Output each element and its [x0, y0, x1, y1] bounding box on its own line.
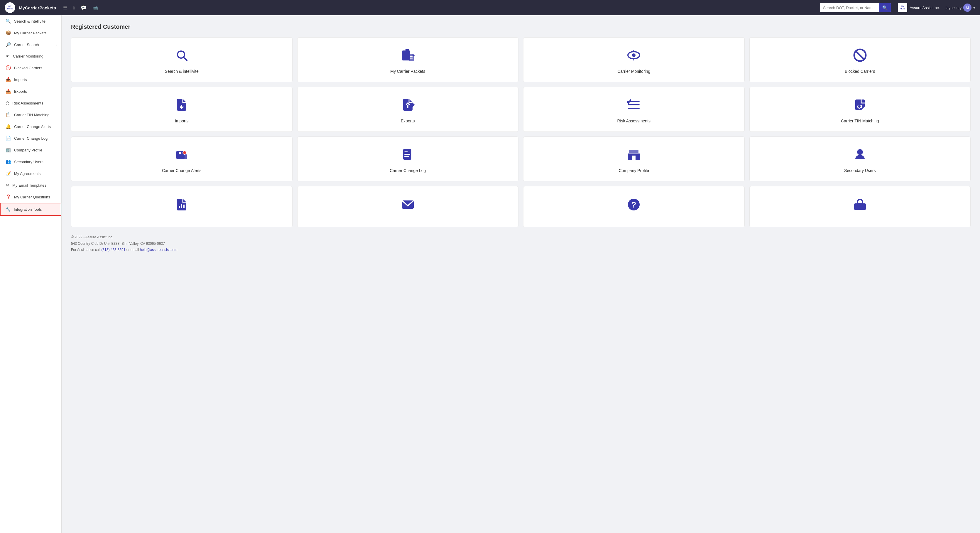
- card-label-carrier-change-log: Carrier Change Log: [390, 168, 426, 173]
- card-label-search-intellivite: Search & intellivite: [165, 69, 199, 74]
- card-label-company-profile: Company Profile: [619, 168, 649, 173]
- sidebar: 🔍 Search & intellivite 📦 My Carrier Pack…: [0, 15, 62, 533]
- sidebar-icon-secondary-users: 👥: [6, 159, 11, 164]
- card-icon-my-carrier-packets: [401, 48, 415, 64]
- card-risk-assessments[interactable]: Risk Assessments: [523, 87, 745, 132]
- sidebar-item-exports[interactable]: 📤 Exports: [0, 85, 61, 97]
- card-icon-row4-2: [401, 197, 415, 214]
- sidebar-item-carrier-monitoring[interactable]: 👁 Carrier Monitoring: [0, 51, 61, 62]
- sidebar-item-imports[interactable]: 📥 Imports: [0, 74, 61, 85]
- svg-point-4: [632, 53, 636, 57]
- card-icon-carrier-tin-matching: [853, 98, 867, 114]
- page-title: Registered Customer: [71, 24, 970, 30]
- hamburger-icon[interactable]: ☰: [62, 4, 68, 12]
- card-carrier-monitoring[interactable]: Carrier Monitoring: [523, 37, 745, 82]
- svg-rect-21: [404, 156, 409, 157]
- sidebar-label-company-profile: Company Profile: [14, 148, 42, 152]
- footer-email[interactable]: help@assureassist.com: [140, 248, 178, 252]
- video-icon[interactable]: 📹: [91, 4, 99, 12]
- sidebar-icon-my-agreements: 📝: [6, 171, 11, 176]
- user-avatar: M: [963, 3, 972, 12]
- footer-phone[interactable]: (818) 453-8591: [101, 248, 125, 252]
- footer-assistance: For Assistance call (818) 453-8591 or em…: [71, 247, 970, 253]
- card-search-intellivite[interactable]: Search & intellivite: [71, 37, 293, 82]
- sidebar-label-carrier-monitoring: Carrier Monitoring: [13, 54, 43, 59]
- card-icon-company-profile: [627, 147, 641, 164]
- card-label-exports: Exports: [401, 119, 415, 123]
- sidebar-item-my-carrier-packets[interactable]: 📦 My Carrier Packets: [0, 27, 61, 39]
- card-imports[interactable]: Imports: [71, 87, 293, 132]
- sidebar-item-my-agreements[interactable]: 📝 My Agreements: [0, 168, 61, 179]
- sidebar-label-search-intellivite: Search & intellivite: [14, 19, 46, 24]
- svg-point-26: [857, 149, 863, 155]
- sidebar-item-integration-tools[interactable]: 🔧 Integration Tools: [0, 203, 61, 216]
- sidebar-icon-integration-tools: 🔧: [5, 207, 11, 212]
- card-icon-exports: [401, 98, 415, 114]
- svg-rect-23: [629, 150, 638, 154]
- sidebar-item-carrier-change-alerts[interactable]: 🔔 Carrier Change Alerts: [0, 121, 61, 132]
- sidebar-label-carrier-search: Carrier Search: [14, 43, 39, 47]
- card-row4-4[interactable]: [749, 186, 971, 227]
- sidebar-icon-blocked-carriers: 🚫: [6, 65, 11, 70]
- card-row4-1[interactable]: [71, 186, 293, 227]
- card-carrier-change-alerts[interactable]: Carrier Change Alerts: [71, 137, 293, 181]
- sidebar-item-carrier-search[interactable]: 🔎 Carrier Search ‹: [0, 39, 61, 51]
- card-grid: Search & intellivite My Carrier Packets …: [71, 37, 970, 227]
- sidebar-icon-carrier-change-log: 📄: [6, 135, 11, 141]
- card-company-profile[interactable]: Company Profile: [523, 137, 745, 181]
- info-icon[interactable]: ℹ: [72, 4, 76, 12]
- svg-point-15: [179, 152, 181, 154]
- card-blocked-carriers[interactable]: Blocked Carriers: [749, 37, 971, 82]
- card-exports[interactable]: Exports: [297, 87, 519, 132]
- card-row4-3[interactable]: ?: [523, 186, 745, 227]
- svg-rect-16: [183, 154, 187, 159]
- sidebar-label-risk-assessments: Risk Assessments: [12, 101, 43, 105]
- sidebar-icon-exports: 📤: [6, 89, 11, 94]
- card-icon-carrier-change-alerts: [175, 147, 189, 164]
- sidebar-item-risk-assessments[interactable]: ⚖ Risk Assessments: [0, 97, 61, 109]
- sidebar-icon-search-intellivite: 🔍: [6, 19, 11, 24]
- sidebar-icon-carrier-monitoring: 👁: [6, 54, 10, 59]
- sidebar-item-secondary-users[interactable]: 👥 Secondary Users: [0, 156, 61, 168]
- card-icon-carrier-change-log: [401, 147, 415, 164]
- card-carrier-tin-matching[interactable]: Carrier TIN Matching: [749, 87, 971, 132]
- card-label-risk-assessments: Risk Assessments: [617, 119, 651, 123]
- sidebar-icon-my-carrier-questions: ❓: [6, 194, 11, 200]
- card-icon-secondary-users: [853, 147, 867, 164]
- sidebar-icon-carrier-search: 🔎: [6, 42, 11, 47]
- sidebar-item-blocked-carriers[interactable]: 🚫 Blocked Carriers: [0, 62, 61, 74]
- sidebar-item-search-intellivite[interactable]: 🔍 Search & intellivite: [0, 15, 61, 27]
- company-logo: MYPKTS: [898, 3, 907, 12]
- sidebar-item-my-carrier-questions[interactable]: ❓ My Carrier Questions: [0, 191, 61, 203]
- sidebar-item-carrier-tin-matching[interactable]: 📋 Carrier TIN Matching: [0, 109, 61, 121]
- card-row4-2[interactable]: [297, 186, 519, 227]
- svg-rect-28: [181, 204, 182, 208]
- search-input[interactable]: [820, 3, 879, 12]
- card-icon-row4-3: ?: [627, 197, 641, 214]
- main-content: Registered Customer Search & intellivite…: [62, 15, 980, 533]
- chat-icon[interactable]: 💬: [80, 4, 88, 12]
- card-label-carrier-change-alerts: Carrier Change Alerts: [162, 168, 202, 173]
- sidebar-label-blocked-carriers: Blocked Carriers: [14, 66, 42, 70]
- chevron-icon: ‹: [56, 43, 57, 46]
- sidebar-label-integration-tools: Integration Tools: [14, 207, 42, 212]
- svg-rect-0: [402, 51, 410, 60]
- sidebar-icon-my-email-templates: ✉: [6, 183, 10, 188]
- sidebar-item-carrier-change-log[interactable]: 📄 Carrier Change Log: [0, 132, 61, 144]
- sidebar-item-my-email-templates[interactable]: ✉ My Email Templates: [0, 179, 61, 191]
- sidebar-icon-carrier-change-alerts: 🔔: [6, 124, 11, 129]
- search-bar: 🔍: [820, 3, 891, 12]
- card-carrier-change-log[interactable]: Carrier Change Log: [297, 137, 519, 181]
- svg-rect-20: [404, 154, 410, 155]
- card-icon-search-intellivite: [175, 48, 189, 64]
- card-my-carrier-packets[interactable]: My Carrier Packets: [297, 37, 519, 82]
- sidebar-label-imports: Imports: [14, 78, 27, 82]
- search-button[interactable]: 🔍: [879, 3, 891, 12]
- user-menu[interactable]: jaypelkey M ▾: [946, 3, 975, 12]
- card-secondary-users[interactable]: Secondary Users: [749, 137, 971, 181]
- sidebar-icon-imports: 📥: [6, 77, 11, 82]
- sidebar-icon-risk-assessments: ⚖: [6, 100, 10, 106]
- footer-or-email: or email: [125, 248, 140, 252]
- sidebar-item-company-profile[interactable]: 🏢 Company Profile: [0, 144, 61, 156]
- username-label: jaypelkey: [946, 6, 961, 10]
